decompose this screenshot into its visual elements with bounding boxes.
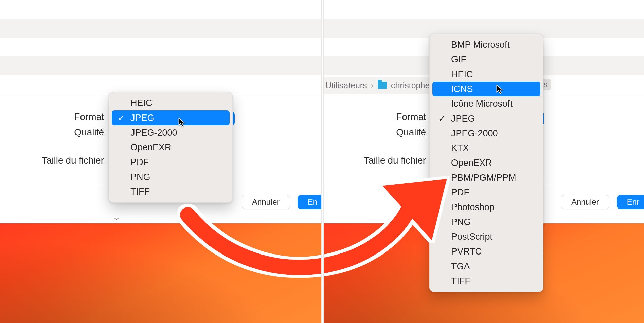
menu-item[interactable]: TGA — [432, 259, 540, 274]
menu-item-label: PVRTC — [451, 246, 482, 257]
menu-item-label: JPEG-2000 — [451, 128, 498, 138]
menu-item-label: HEIC — [130, 98, 152, 108]
menu-item-label: PostScript — [451, 232, 492, 242]
menu-item-label: GIF — [451, 54, 466, 64]
menu-item[interactable]: PVRTC — [432, 244, 540, 259]
panel-before: Format Qualité Taille du fichier Annuler… — [0, 0, 322, 323]
menu-item-label: TIFF — [130, 187, 150, 197]
menu-item[interactable]: JPEG-2000 — [432, 126, 540, 141]
checkmark-icon: ✓ — [438, 111, 446, 126]
label-quality: Qualité — [0, 125, 107, 140]
breadcrumb-item[interactable]: Utilisateurs — [325, 81, 367, 90]
menu-item[interactable]: ✓JPEG — [432, 111, 540, 126]
menu-item[interactable]: PBM/PGM/PPM — [432, 170, 540, 185]
label-format: Format — [322, 109, 429, 125]
menu-item[interactable]: Icône Microsoft — [432, 96, 540, 111]
chevron-right-icon: › — [371, 81, 374, 90]
menu-item-label: JPEG-2000 — [130, 128, 177, 138]
menu-item-label: Icône Microsoft — [451, 99, 513, 109]
chevron-down-icon[interactable]: ⌄ — [112, 214, 121, 221]
menu-item[interactable]: HEIC — [112, 96, 230, 110]
option-labels: Format Qualité Taille du fichier — [0, 109, 107, 168]
menu-item[interactable]: TIFF — [432, 274, 540, 288]
format-menu-extended[interactable]: BMP MicrosoftGIFHEICICNSIcône Microsoft✓… — [429, 34, 543, 292]
format-menu-short[interactable]: HEIC✓JPEGJPEG-2000OpenEXRPDFPNGTIFF — [109, 92, 233, 203]
panel-after: Utilisateurs › christophe s Format Quali… — [322, 0, 644, 323]
menu-item[interactable]: PostScript — [432, 229, 540, 244]
folder-icon — [378, 82, 387, 89]
menu-item[interactable]: TIFF — [112, 184, 230, 199]
menu-item[interactable]: PNG — [112, 170, 230, 184]
breadcrumb-item[interactable]: christophe — [391, 81, 430, 90]
label-filesize: Taille du fichier — [0, 153, 107, 168]
menu-item[interactable]: GIF — [432, 52, 540, 67]
menu-item-label: JPEG — [451, 113, 475, 124]
menu-item[interactable]: OpenEXR — [112, 140, 230, 155]
option-labels: Format Qualité Taille du fichier — [322, 109, 429, 168]
menu-item-label: HEIC — [451, 69, 473, 79]
menu-item[interactable]: KTX — [432, 141, 540, 155]
menu-item-label: TIFF — [451, 276, 470, 286]
menu-item[interactable]: JPEG-2000 — [112, 125, 230, 140]
menu-item-label: PBM/PGM/PPM — [451, 173, 516, 183]
menu-item-label: PDF — [130, 157, 149, 167]
cancel-button[interactable]: Annuler — [241, 195, 290, 209]
menu-item[interactable]: PDF — [112, 155, 230, 170]
label-filesize: Taille du fichier — [322, 153, 429, 168]
breadcrumb: Utilisateurs › christophe — [322, 77, 433, 94]
save-button-truncated[interactable]: En — [298, 195, 322, 209]
menu-item-label: BMP Microsoft — [451, 40, 510, 50]
menu-item[interactable]: PNG — [432, 215, 540, 229]
menu-item-label: PNG — [451, 217, 471, 227]
menu-item[interactable]: ICNS — [432, 82, 540, 96]
menu-item-label: KTX — [451, 143, 469, 153]
menu-item[interactable]: PDF — [432, 185, 540, 200]
menu-item-label: ICNS — [451, 84, 473, 94]
menu-item[interactable]: OpenEXR — [432, 155, 540, 170]
menu-item-label: TGA — [451, 261, 470, 271]
checkmark-icon: ✓ — [118, 110, 125, 125]
desktop-wallpaper — [0, 223, 322, 323]
menu-item-label: Photoshop — [451, 202, 494, 212]
cancel-button[interactable]: Annuler — [561, 195, 609, 209]
label-format: Format — [0, 109, 107, 125]
menu-item-label: PDF — [451, 187, 469, 197]
save-button-truncated[interactable]: Enr — [617, 195, 644, 209]
menu-item[interactable]: ✓JPEG — [112, 110, 230, 125]
menu-item-label: OpenEXR — [451, 158, 492, 168]
menu-item-label: JPEG — [130, 113, 154, 123]
menu-item-label: PNG — [130, 172, 150, 182]
label-quality: Qualité — [322, 125, 429, 140]
comparison-stage: Format Qualité Taille du fichier Annuler… — [0, 0, 644, 323]
menu-item[interactable]: HEIC — [432, 67, 540, 82]
file-list-stripes — [0, 0, 322, 94]
menu-item[interactable]: Photoshop — [432, 200, 540, 215]
menu-item-label: OpenEXR — [130, 142, 171, 152]
panel-divider — [322, 0, 323, 323]
menu-item[interactable]: BMP Microsoft — [432, 37, 540, 52]
